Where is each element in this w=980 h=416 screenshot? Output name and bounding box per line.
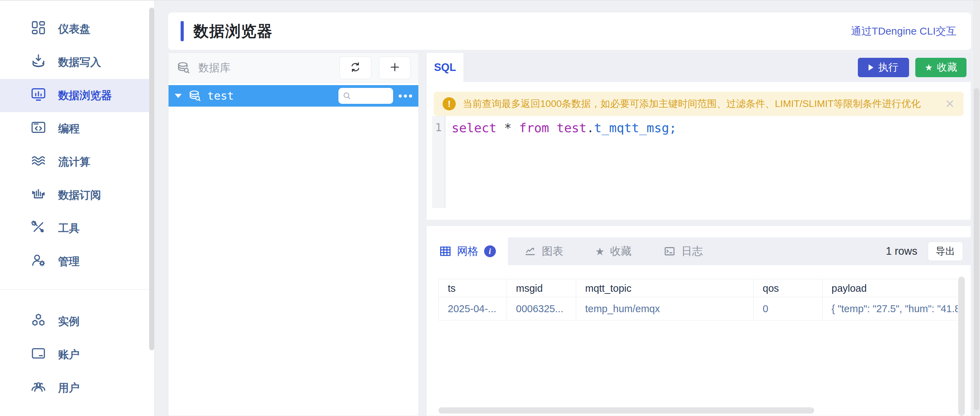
users-icon xyxy=(30,379,46,397)
management-icon xyxy=(30,252,46,271)
sidebar-item-stream-computing[interactable]: 流计算 xyxy=(0,145,154,179)
sidebar-item-label: 流计算 xyxy=(58,155,90,169)
code-token-dot: . xyxy=(587,121,594,135)
plus-icon xyxy=(388,61,401,75)
dashboard-icon xyxy=(30,20,46,38)
star-icon: ★ xyxy=(595,245,605,258)
database-tree-item-test[interactable]: test xyxy=(169,85,418,107)
sql-tabbar: SQL 执行 ★ 收藏 xyxy=(427,53,970,82)
editor-gutter: 1 xyxy=(432,116,445,208)
database-panel-title: 数据库 xyxy=(198,61,231,75)
rows-count: 1 rows xyxy=(886,245,917,258)
sidebar-item-instance[interactable]: 实例 xyxy=(0,305,154,338)
app-root: 仪表盘 数据写入 数据浏览器 编程 流计算 数据订阅 xyxy=(0,0,980,416)
page-scrollbar-thumb[interactable] xyxy=(974,88,979,410)
database-icon xyxy=(176,61,191,75)
favorite-button-label: 收藏 xyxy=(937,61,957,75)
code-token-space xyxy=(549,121,557,135)
table-header-row: ts msgid mqtt_topic qos payload xyxy=(439,279,958,297)
column-header-mqtt-topic[interactable]: mqtt_topic xyxy=(576,279,754,297)
sql-actions: 执行 ★ 收藏 xyxy=(858,58,967,77)
cli-link[interactable]: 通过TDengine CLI交互 xyxy=(851,24,956,38)
warning-text: 当前查询最多返回1000条数据，如必要可添加主键时间范围、过滤条件、LIMIT/… xyxy=(463,97,921,110)
column-header-msgid[interactable]: msgid xyxy=(507,279,576,297)
sidebar-divider xyxy=(0,289,154,290)
sidebar-secondary-nav: 实例 账户 用户 xyxy=(0,305,154,405)
cell-payload: { "temp": "27.5", "hum": "41.8 xyxy=(822,297,958,320)
column-header-ts[interactable]: ts xyxy=(439,279,507,297)
sql-panel: SQL 执行 ★ 收藏 ! 当前查询最多返回1000条数据，如必要可添加主键时间… xyxy=(426,53,971,220)
cell-mqtt-topic: temp_hum/emqx xyxy=(576,297,754,320)
database-name: test xyxy=(207,89,234,102)
tools-icon xyxy=(30,219,46,238)
sidebar-item-users[interactable]: 用户 xyxy=(0,371,154,405)
tab-grid[interactable]: 网格 i xyxy=(427,237,508,265)
table-row[interactable]: 2025-04-... 0006325... temp_hum/emqx 0 {… xyxy=(439,297,958,320)
sidebar-item-label: 数据订阅 xyxy=(58,188,101,202)
tab-grid-label: 网格 xyxy=(457,244,479,258)
sidebar-item-data-write[interactable]: 数据写入 xyxy=(0,46,154,79)
tab-favorites[interactable]: ★ 收藏 xyxy=(579,237,648,265)
column-header-qos[interactable]: qos xyxy=(754,279,822,297)
table-vertical-scrollbar-thumb[interactable] xyxy=(958,277,965,416)
grid-icon xyxy=(439,245,452,258)
sidebar-item-label: 管理 xyxy=(58,254,80,269)
editor-code-area[interactable]: select * from test.t_mqtt_msg; xyxy=(445,116,970,208)
results-table: ts msgid mqtt_topic qos payload 2025-04-… xyxy=(438,279,958,320)
sidebar-item-dashboard[interactable]: 仪表盘 xyxy=(0,13,154,46)
favorite-button[interactable]: ★ 收藏 xyxy=(915,58,967,77)
code-token-operator: * xyxy=(496,121,519,135)
log-icon xyxy=(663,245,676,258)
sidebar-item-label: 账户 xyxy=(58,347,80,362)
sidebar-item-label: 数据浏览器 xyxy=(58,88,112,103)
more-options-icon[interactable] xyxy=(399,94,412,97)
data-explorer-icon xyxy=(30,86,46,105)
tab-chart[interactable]: 图表 xyxy=(508,237,579,265)
sidebar-item-label: 用户 xyxy=(58,381,80,395)
chart-icon xyxy=(524,245,536,258)
caret-down-icon[interactable] xyxy=(175,94,182,98)
sidebar: 仪表盘 数据写入 数据浏览器 编程 流计算 数据订阅 xyxy=(0,1,154,416)
tab-favorites-label: 收藏 xyxy=(610,244,632,258)
database-panel: 数据库 test xyxy=(168,53,419,416)
table-horizontal-scrollbar-thumb[interactable] xyxy=(438,407,814,414)
tab-chart-label: 图表 xyxy=(542,244,563,258)
tab-log[interactable]: 日志 xyxy=(648,237,719,265)
run-button-label: 执行 xyxy=(878,61,898,75)
page-scrollbar-track xyxy=(973,1,980,416)
code-token-table: t_mqtt_msg xyxy=(594,121,669,135)
info-icon[interactable]: i xyxy=(484,245,496,257)
sidebar-scrollbar-thumb[interactable] xyxy=(149,8,154,350)
code-token-semicolon: ; xyxy=(669,121,677,135)
code-token-database: test xyxy=(557,121,587,135)
tab-sql[interactable]: SQL xyxy=(427,53,463,82)
sidebar-item-management[interactable]: 管理 xyxy=(0,245,154,278)
sidebar-item-programming[interactable]: 编程 xyxy=(0,112,154,145)
code-token-keyword: from xyxy=(519,121,549,135)
results-panel: 网格 i 图表 ★ 收藏 日志 1 rows 导出 ts msgid mqtt_ xyxy=(426,226,971,416)
add-database-button[interactable] xyxy=(379,56,411,79)
sql-editor: 1 select * from test.t_mqtt_msg; xyxy=(432,116,970,208)
code-token-keyword: select xyxy=(452,121,496,135)
export-button[interactable]: 导出 xyxy=(928,242,963,261)
tree-search-input[interactable] xyxy=(352,90,388,102)
tab-log-label: 日志 xyxy=(681,244,703,258)
sidebar-item-tools[interactable]: 工具 xyxy=(0,212,154,245)
sidebar-item-account[interactable]: 账户 xyxy=(0,338,154,371)
cell-qos: 0 xyxy=(754,297,822,320)
page-header: 数据浏览器 通过TDengine CLI交互 xyxy=(168,13,971,50)
close-icon[interactable]: ✕ xyxy=(945,98,955,110)
stream-computing-icon xyxy=(30,153,46,171)
refresh-button[interactable] xyxy=(339,56,371,79)
instance-icon xyxy=(30,312,46,331)
run-button[interactable]: 执行 xyxy=(858,58,909,77)
database-panel-header: 数据库 xyxy=(169,53,418,83)
tree-search-box xyxy=(339,88,393,104)
sidebar-item-label: 仪表盘 xyxy=(58,22,90,36)
sidebar-item-data-subscription[interactable]: 数据订阅 xyxy=(0,179,154,212)
programming-icon xyxy=(30,120,46,138)
sidebar-item-data-explorer[interactable]: 数据浏览器 xyxy=(0,79,154,112)
play-icon xyxy=(869,64,873,71)
column-header-payload[interactable]: payload xyxy=(822,279,958,297)
data-subscription-icon xyxy=(30,186,46,204)
